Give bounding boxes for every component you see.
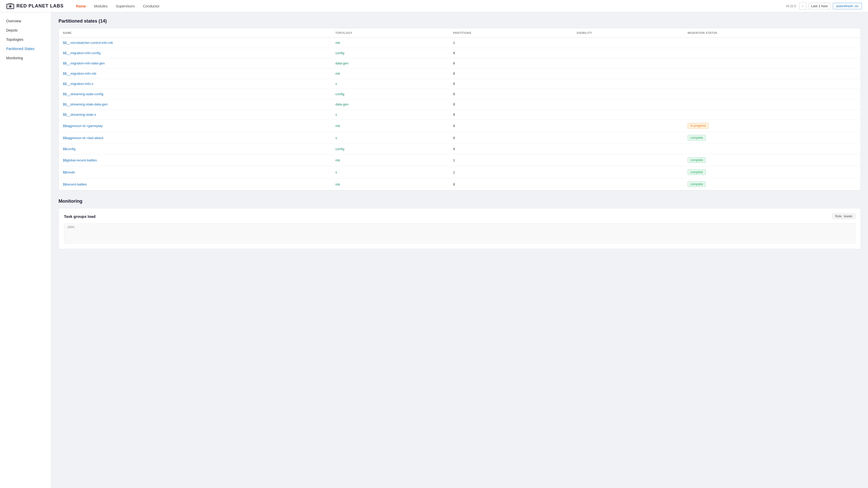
cell-partitions: 8 — [449, 99, 572, 109]
table-body: $$__microbatcher-control-info-mbmb1$$__m… — [59, 38, 861, 190]
cell-partitions: 8 — [449, 144, 572, 154]
col-name: NAME — [59, 28, 331, 38]
monitoring-card-header: Task groups load Role: :leader — [64, 214, 856, 219]
table-row: $$__migration-info-configconfig8 — [59, 48, 861, 58]
sidebar-item-partitioned-states[interactable]: Partitioned States — [0, 44, 51, 53]
name-link[interactable]: $$__streaming-state-data-gen — [63, 102, 107, 106]
cell-partitions: 8 — [449, 132, 572, 144]
name-link[interactable]: $$global-recent-battles — [63, 158, 97, 162]
table-row: $$global-recent-battlesmb1complete — [59, 154, 861, 166]
topology-link[interactable]: data-gen — [336, 102, 348, 106]
topology-link[interactable]: s — [336, 82, 337, 86]
cell-topology: mb — [331, 178, 449, 190]
col-partitions: PARTITIONS — [449, 28, 572, 38]
cell-topology: data-gen — [331, 58, 449, 68]
topology-link[interactable]: mb — [336, 183, 340, 186]
cell-migration-status — [683, 109, 861, 120]
cell-migration-status — [683, 89, 861, 99]
table-row: $$__microbatcher-control-info-mbmb1 — [59, 38, 861, 48]
cell-visibility — [572, 68, 683, 79]
version-badge: v0.22.0 — [786, 4, 796, 8]
sidebar-item-monitoring[interactable]: Monitoring — [0, 53, 51, 63]
sidebar-item-overview[interactable]: Overview — [0, 17, 51, 26]
sidebar-item-topologies[interactable]: Topologies — [0, 35, 51, 44]
cell-name: $$recent-battles — [59, 178, 331, 190]
table-row: $$configconfig8 — [59, 144, 861, 154]
cell-name: $$aggressor-id->last-attack — [59, 132, 331, 144]
topology-link[interactable]: s — [336, 112, 337, 117]
topology-link[interactable]: mb — [336, 72, 340, 75]
role-badge: Role: :leader — [832, 214, 856, 219]
name-link[interactable]: $$aggressor-id->gameplay — [63, 124, 103, 128]
name-link[interactable]: $$aggressor-id->last-attack — [63, 136, 103, 140]
sidebar: Overview Depots Topologies Partitioned S… — [0, 12, 51, 488]
cell-name: $$aggressor-id->gameplay — [59, 120, 331, 132]
logo: RED PLANET LABS — [6, 2, 64, 10]
cell-name: $$global-recent-battles — [59, 154, 331, 166]
cell-partitions: 1 — [449, 38, 572, 48]
topology-link[interactable]: config — [336, 147, 344, 151]
cell-migration-status — [683, 48, 861, 58]
cell-partitions: 8 — [449, 48, 572, 58]
cell-name: $$mode — [59, 166, 331, 178]
cell-migration-status — [683, 38, 861, 48]
name-link[interactable]: $$__microbatcher-control-info-mb — [63, 41, 113, 45]
cell-migration-status — [683, 68, 861, 79]
cell-topology: s — [331, 79, 449, 89]
cell-migration-status — [683, 144, 861, 154]
partitioned-states-table-card: NAME TOPOLOGY PARTITIONS VISIBILITY MIGR… — [59, 28, 861, 190]
nav-item-rama[interactable]: Rama — [72, 0, 90, 12]
topology-link[interactable]: mb — [336, 124, 340, 128]
cell-migration-status: complete — [683, 132, 861, 144]
topology-link[interactable]: s — [336, 136, 337, 140]
name-link[interactable]: $$__migration-info-s — [63, 82, 93, 86]
topology-link[interactable]: mb — [336, 158, 340, 162]
cell-topology: config — [331, 48, 449, 58]
cell-migration-status: in-progress — [683, 120, 861, 132]
cell-partitions: 8 — [449, 58, 572, 68]
status-badge: complete — [688, 182, 706, 187]
name-link[interactable]: $$__streaming-state-s — [63, 112, 96, 117]
cell-name: $$__migration-info-s — [59, 79, 331, 89]
topology-link[interactable]: mb — [336, 41, 340, 45]
cell-migration-status: complete — [683, 166, 861, 178]
time-range-button[interactable]: Last 1 hour — [808, 3, 831, 9]
name-link[interactable]: $$__migration-info-config — [63, 51, 101, 55]
svg-rect-4 — [8, 3, 12, 4]
name-link[interactable]: $$__streaming-state-config — [63, 92, 103, 96]
task-groups-load-title: Task groups load — [64, 214, 95, 219]
cell-name: $$__microbatcher-control-info-mb — [59, 38, 331, 48]
sidebar-item-depots[interactable]: Depots — [0, 26, 51, 35]
topology-link[interactable]: data-gen — [336, 61, 348, 65]
cell-topology: config — [331, 144, 449, 154]
cell-visibility — [572, 144, 683, 154]
chart-area: 100% — [64, 223, 856, 244]
topology-link[interactable]: config — [336, 51, 344, 55]
cell-partitions: 8 — [449, 89, 572, 99]
cell-visibility — [572, 109, 683, 120]
svg-point-3 — [9, 6, 11, 7]
nav-back-button[interactable]: ‹ — [799, 3, 806, 10]
name-link[interactable]: $$mode — [63, 170, 75, 174]
name-link[interactable]: $$__migration-info-data-gen — [63, 61, 105, 65]
cell-partitions: 8 — [449, 68, 572, 79]
cell-visibility — [572, 178, 683, 190]
nav-item-supervisors[interactable]: Supervisors — [112, 0, 139, 12]
cell-partitions: 8 — [449, 178, 572, 190]
name-link[interactable]: $$__migration-info-mb — [63, 72, 96, 75]
nav-item-modules[interactable]: Modules — [90, 0, 112, 12]
col-visibility: VISIBILITY — [572, 28, 683, 38]
topology-link[interactable]: config — [336, 92, 344, 96]
name-link[interactable]: $$recent-battles — [63, 183, 87, 186]
cell-visibility — [572, 166, 683, 178]
col-topology: TOPOLOGY — [331, 28, 449, 38]
table-header: NAME TOPOLOGY PARTITIONS VISIBILITY MIGR… — [59, 28, 861, 38]
autorefresh-button[interactable]: autorefresh: on — [833, 3, 862, 9]
cell-topology: config — [331, 89, 449, 99]
nav-item-conductor[interactable]: Conductor — [139, 0, 164, 12]
topology-link[interactable]: s — [336, 170, 337, 174]
table-row: $$__migration-info-data-gendata-gen8 — [59, 58, 861, 68]
cell-topology: s — [331, 109, 449, 120]
cell-partitions: 1 — [449, 154, 572, 166]
name-link[interactable]: $$config — [63, 147, 75, 151]
